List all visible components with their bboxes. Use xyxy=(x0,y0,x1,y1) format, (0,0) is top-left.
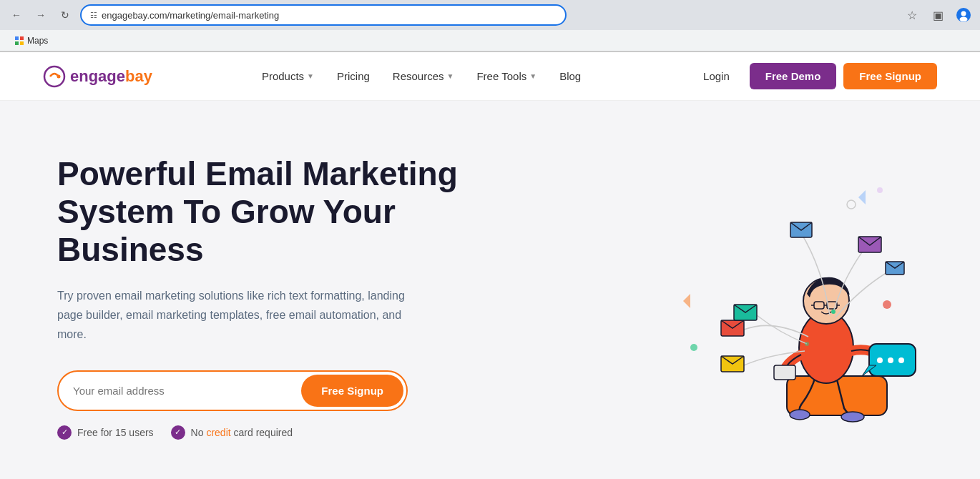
maps-label: Maps xyxy=(27,36,48,46)
svg-marker-14 xyxy=(683,294,690,308)
address-icon: ☷ xyxy=(90,11,97,20)
navbar: engagebay Products ▼ Pricing Resources ▼… xyxy=(0,52,980,101)
nav-products-label: Products xyxy=(262,70,304,82)
page-content: engagebay Products ▼ Pricing Resources ▼… xyxy=(0,52,980,479)
svg-rect-4 xyxy=(20,36,24,40)
resources-chevron-icon: ▼ xyxy=(447,72,454,80)
nav-free-tools-label: Free Tools xyxy=(476,70,526,82)
svg-point-37 xyxy=(831,310,836,314)
maps-icon xyxy=(14,36,24,46)
check-icon-1: ✓ xyxy=(57,425,72,440)
nav-blog-label: Blog xyxy=(559,70,581,82)
nav-products[interactable]: Products ▼ xyxy=(252,64,324,88)
products-chevron-icon: ▼ xyxy=(307,72,314,80)
login-button[interactable]: Login xyxy=(690,64,743,88)
hero-subtitle-text: Try proven email marketing solutions lik… xyxy=(57,290,405,340)
svg-point-7 xyxy=(44,66,64,87)
svg-point-10 xyxy=(877,187,883,193)
nav-free-tools[interactable]: Free Tools ▼ xyxy=(466,64,547,88)
bookmark-button[interactable]: ☆ xyxy=(903,6,921,24)
nav-pricing[interactable]: Pricing xyxy=(327,64,380,88)
svg-point-21 xyxy=(877,357,883,363)
reload-button[interactable]: ↻ xyxy=(56,6,74,24)
credit-link[interactable]: credit xyxy=(206,427,230,438)
free-tools-chevron-icon: ▼ xyxy=(529,72,536,80)
svg-point-16 xyxy=(790,410,810,420)
svg-point-12 xyxy=(883,300,891,309)
free-signup-button[interactable]: Free Signup xyxy=(301,375,403,407)
svg-point-9 xyxy=(847,200,856,209)
trust-badges: ✓ Free for 15 users ✓ No credit card req… xyxy=(57,425,458,440)
svg-point-23 xyxy=(898,357,904,363)
url-text: engagebay.com/marketing/email-marketing xyxy=(102,10,279,21)
extension-button[interactable]: ▣ xyxy=(928,6,947,24)
svg-rect-5 xyxy=(15,41,19,45)
bookmarks-bar: Maps xyxy=(0,30,980,51)
badge-free-users-text: Free for 15 users xyxy=(77,427,154,438)
free-demo-button[interactable]: Free Demo xyxy=(750,63,837,89)
hero-illustration xyxy=(579,162,923,433)
hero-subtitle: Try proven email marketing solutions lik… xyxy=(57,286,415,345)
badge-no-card: ✓ No credit card required xyxy=(171,425,293,440)
nav-resources-label: Resources xyxy=(393,70,444,82)
back-button[interactable]: ← xyxy=(7,6,26,24)
address-bar[interactable]: ☷ engagebay.com/marketing/email-marketin… xyxy=(80,4,567,26)
badge-no-card-text: No credit card required xyxy=(191,427,293,438)
browser-toolbar: ← → ↻ ☷ engagebay.com/marketing/email-ma… xyxy=(0,0,980,30)
free-signup-nav-button[interactable]: Free Signup xyxy=(843,63,937,89)
svg-point-11 xyxy=(690,344,697,351)
browser-actions: ☆ ▣ xyxy=(903,6,973,24)
svg-rect-24 xyxy=(774,365,795,380)
badge-free-users: ✓ Free for 15 users xyxy=(57,425,154,440)
logo[interactable]: engagebay xyxy=(43,65,152,88)
hero-svg xyxy=(579,162,923,433)
check-icon-2: ✓ xyxy=(171,425,185,440)
hero-title: Powerful Email Marketing System To Grow … xyxy=(57,155,458,269)
browser-chrome: ← → ↻ ☷ engagebay.com/marketing/email-ma… xyxy=(0,0,980,52)
nav-actions: Login Free Demo Free Signup xyxy=(690,63,937,89)
svg-point-17 xyxy=(841,412,864,422)
hero-section: Powerful Email Marketing System To Grow … xyxy=(0,101,980,479)
svg-point-1 xyxy=(961,11,966,16)
svg-point-38 xyxy=(805,342,809,346)
email-form: Free Signup xyxy=(57,370,408,411)
svg-rect-6 xyxy=(20,41,24,45)
nav-blog[interactable]: Blog xyxy=(549,64,591,88)
logo-text: engagebay xyxy=(70,67,152,86)
nav-resources[interactable]: Resources ▼ xyxy=(383,64,464,88)
nav-pricing-label: Pricing xyxy=(337,70,370,82)
svg-point-22 xyxy=(888,357,893,363)
forward-button[interactable]: → xyxy=(31,6,50,24)
hero-left: Powerful Email Marketing System To Grow … xyxy=(57,155,458,439)
profile-button[interactable] xyxy=(954,6,973,24)
svg-marker-13 xyxy=(858,190,866,204)
svg-rect-3 xyxy=(15,36,19,40)
email-input[interactable] xyxy=(73,377,301,404)
maps-bookmark[interactable]: Maps xyxy=(9,34,54,47)
svg-point-8 xyxy=(57,74,61,78)
svg-point-2 xyxy=(960,17,968,22)
logo-icon xyxy=(43,65,66,88)
nav-links: Products ▼ Pricing Resources ▼ Free Tool… xyxy=(252,64,591,88)
